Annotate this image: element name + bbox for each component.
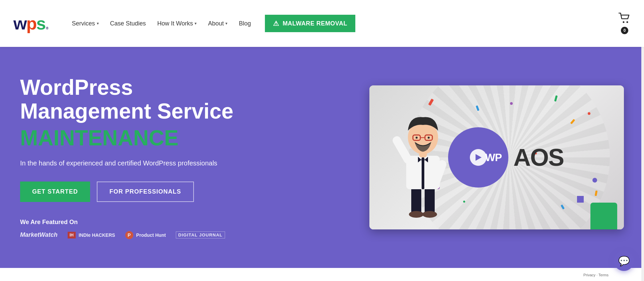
get-started-button[interactable]: GET STARTED — [20, 182, 90, 202]
nav-item-blog[interactable]: Blog — [235, 17, 255, 30]
svg-point-0 — [623, 21, 625, 23]
wp-label: WP — [485, 151, 502, 164]
hero-subtitle: MAINTENANCE — [20, 126, 248, 150]
chevron-down-icon: ▾ — [225, 21, 227, 26]
malware-removal-button[interactable]: ⚠ MALWARE REMOVAL — [265, 15, 355, 32]
logo-product-hunt: P Product Hunt — [125, 231, 166, 239]
chevron-down-icon: ▾ — [97, 21, 99, 26]
chevron-down-icon: ▾ — [195, 21, 197, 26]
wp-circle: WP — [448, 127, 508, 188]
hero-section: WordPress Management Service MAINTENANCE… — [0, 47, 644, 268]
svg-rect-7 — [422, 157, 424, 189]
for-professionals-button[interactable]: FOR PROFESSIONALS — [97, 182, 194, 202]
aos-label: AOS — [513, 144, 564, 171]
cart-count: 0 — [621, 27, 628, 34]
main-nav: Services ▾ Case Studies How It Works ▾ A… — [68, 15, 619, 32]
svg-point-4 — [409, 211, 424, 218]
nav-item-about[interactable]: About ▾ — [204, 17, 231, 30]
featured-on-label: We Are Featured On — [20, 219, 248, 226]
logo-digital-journal: DIGITAL JOURNAL — [176, 231, 225, 238]
logo-w: w — [13, 15, 26, 32]
svg-rect-2 — [411, 186, 421, 213]
logo-marketwatch: MarketWatch — [20, 231, 58, 238]
nav-item-case-studies[interactable]: Case Studies — [106, 17, 150, 30]
hero-video-area: WP AOS — [248, 85, 624, 229]
nav-item-how-it-works[interactable]: How It Works ▾ — [153, 17, 201, 30]
video-logo-area: WP AOS — [448, 127, 564, 188]
cart-icon — [619, 13, 631, 26]
chat-button[interactable]: 💬 — [614, 251, 634, 268]
hero-content: WordPress Management Service MAINTENANCE… — [20, 76, 248, 239]
nav-item-services[interactable]: Services ▾ — [68, 17, 103, 30]
svg-point-17 — [421, 158, 425, 161]
decorative-bag — [590, 203, 617, 229]
chat-icon: 💬 — [618, 256, 630, 267]
play-icon — [476, 154, 482, 161]
featured-logos: MarketWatch IH INDIe HACKERS P Product H… — [20, 231, 248, 239]
hero-buttons: GET STARTED FOR PROFESSIONALS — [20, 182, 248, 202]
cart-button[interactable]: 0 — [619, 13, 631, 34]
svg-point-5 — [422, 211, 437, 218]
hero-title: WordPress Management Service — [20, 76, 248, 123]
svg-point-1 — [627, 21, 628, 23]
svg-point-15 — [416, 137, 418, 139]
video-player[interactable]: WP AOS — [369, 85, 624, 229]
play-button[interactable] — [470, 149, 487, 166]
warning-icon: ⚠ — [273, 19, 279, 27]
svg-point-16 — [428, 137, 430, 139]
logo-s: s — [36, 15, 45, 32]
decorative-dot — [577, 196, 584, 203]
svg-rect-3 — [425, 186, 435, 213]
logo-p: p — [26, 15, 36, 32]
logo-trademark: ® — [46, 27, 48, 30]
hero-description: In the hands of experienced and certifie… — [20, 158, 248, 168]
logo-indie-hackers: IH INDIe HACKERS — [68, 232, 115, 238]
logo[interactable]: wps® — [13, 15, 48, 32]
decorative-dot-2 — [592, 178, 597, 183]
header: wps® Services ▾ Case Studies How It Work… — [0, 0, 644, 47]
